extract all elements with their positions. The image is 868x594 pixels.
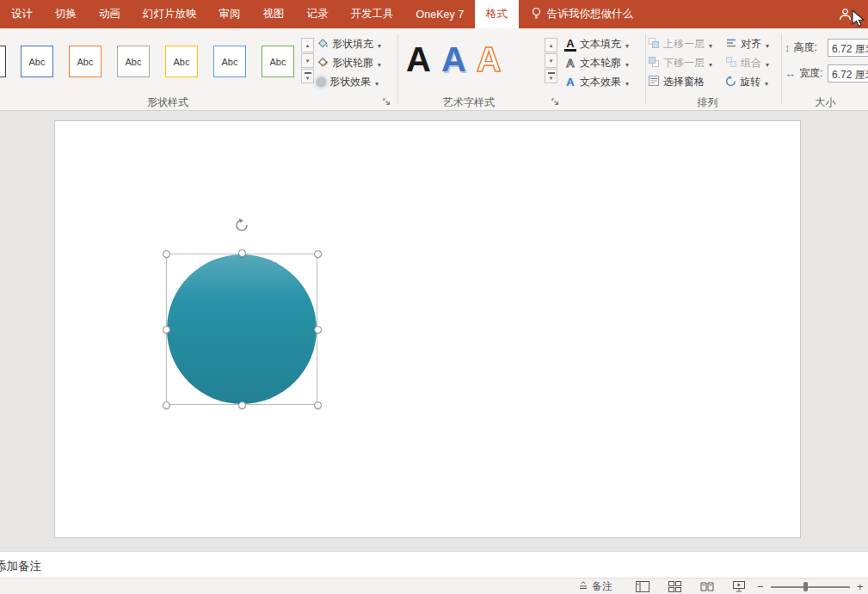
group-button[interactable]: 组合 bbox=[725, 54, 769, 72]
shape-style-preset[interactable]: Abc bbox=[69, 46, 102, 77]
shape-effects-icon bbox=[317, 77, 326, 87]
wordart-scroll-down-button[interactable] bbox=[545, 53, 557, 68]
slide-editing-area[interactable] bbox=[0, 111, 868, 551]
tell-me-box[interactable]: 告诉我你想做什么 bbox=[531, 0, 633, 28]
selection-pane-label: 选择窗格 bbox=[663, 75, 705, 89]
chevron-down-icon bbox=[377, 58, 381, 70]
slideshow-button[interactable] bbox=[732, 579, 746, 594]
account-icon[interactable] bbox=[838, 7, 853, 24]
zoom-slider-track[interactable] bbox=[771, 586, 850, 588]
slideshow-icon bbox=[732, 581, 746, 592]
normal-view-button[interactable] bbox=[636, 579, 649, 594]
shape-style-preset[interactable]: Abc bbox=[165, 46, 198, 77]
wordart-preset[interactable]: A bbox=[477, 42, 502, 77]
text-fill-button[interactable]: A 文本填充 bbox=[564, 35, 629, 53]
align-button[interactable]: 对齐 bbox=[725, 35, 769, 53]
group-separator bbox=[781, 34, 782, 104]
shape-outline-button[interactable]: 形状轮廓 bbox=[317, 54, 381, 72]
wordart-dialog-launcher[interactable] bbox=[551, 97, 561, 107]
preset-label: Abc bbox=[29, 57, 46, 67]
shape-style-preset[interactable]: Abc bbox=[213, 46, 246, 77]
wordart-gallery: A A A bbox=[406, 35, 502, 83]
selection-pane-button[interactable]: 选择窗格 bbox=[648, 73, 705, 91]
text-effects-icon: A bbox=[564, 77, 576, 88]
tab-design[interactable]: 设计 bbox=[0, 0, 44, 28]
tab-view[interactable]: 视图 bbox=[252, 0, 296, 28]
selection-handle-n[interactable] bbox=[238, 249, 246, 257]
wordart-more-button[interactable] bbox=[545, 69, 557, 83]
notes-toggle-button[interactable]: 备注 bbox=[578, 579, 613, 594]
size-group-label: 大小 bbox=[785, 95, 866, 109]
tab-onekey[interactable]: OneKey 7 bbox=[405, 0, 476, 28]
shape-width-icon bbox=[785, 67, 796, 80]
rotation-handle[interactable] bbox=[235, 218, 249, 232]
shape-style-preset-partial[interactable] bbox=[0, 46, 6, 77]
rotate-button[interactable]: 旋转 bbox=[725, 73, 768, 91]
tab-developer[interactable]: 开发工具 bbox=[340, 0, 405, 28]
zoom-slider-thumb[interactable] bbox=[803, 582, 808, 591]
reading-view-button[interactable] bbox=[700, 579, 714, 594]
preset-label: Abc bbox=[126, 57, 142, 67]
shape-style-preset[interactable]: Abc bbox=[262, 46, 294, 77]
shape-fill-label: 形状填充 bbox=[332, 37, 373, 52]
zoom-in-button[interactable] bbox=[857, 579, 864, 594]
tab-format-active[interactable]: 格式 bbox=[475, 0, 519, 28]
bring-forward-button[interactable]: 上移一层 bbox=[648, 35, 712, 53]
tab-record[interactable]: 记录 bbox=[296, 0, 340, 28]
notes-pane[interactable]: 添加备注 bbox=[0, 551, 868, 578]
reading-view-icon bbox=[700, 581, 714, 592]
width-input[interactable]: 6.72 厘米 bbox=[828, 64, 868, 83]
more-bar-icon bbox=[548, 72, 555, 74]
shape-style-preset[interactable]: Abc bbox=[117, 46, 150, 77]
gallery-scroll-up-button[interactable] bbox=[301, 38, 314, 52]
bring-forward-label: 上移一层 bbox=[663, 37, 705, 52]
group-separator bbox=[645, 34, 646, 104]
selection-handle-ne[interactable] bbox=[314, 250, 322, 258]
slide-sorter-button[interactable] bbox=[668, 579, 681, 594]
selected-circle-shape[interactable] bbox=[167, 254, 317, 404]
tab-transitions[interactable]: 切换 bbox=[44, 0, 88, 28]
notes-placeholder[interactable]: 添加备注 bbox=[0, 559, 41, 574]
selection-pane-icon bbox=[648, 75, 660, 89]
gallery-more-button[interactable] bbox=[301, 69, 314, 83]
zoom-out-button[interactable] bbox=[757, 579, 764, 594]
tab-review[interactable]: 审阅 bbox=[208, 0, 252, 28]
text-outline-icon: A bbox=[564, 58, 576, 69]
shape-style-preset[interactable]: Abc bbox=[21, 46, 53, 77]
tab-animations[interactable]: 动画 bbox=[88, 0, 132, 28]
tab-slideshow[interactable]: 幻灯片放映 bbox=[132, 0, 208, 28]
wordart-preset[interactable]: A bbox=[406, 42, 431, 77]
preset-label: Abc bbox=[270, 57, 286, 67]
height-input[interactable]: 6.72 厘米 bbox=[828, 39, 868, 57]
send-backward-button[interactable]: 下移一层 bbox=[648, 54, 712, 72]
selection-handle-nw[interactable] bbox=[163, 250, 170, 258]
format-ribbon: Abc Abc Abc Abc Abc Abc 形状填充 形状轮廓 形状效果 形… bbox=[0, 28, 868, 111]
text-fill-icon: A bbox=[564, 38, 576, 52]
shape-effects-label: 形状效果 bbox=[329, 75, 371, 89]
gallery-scroll-down-button[interactable] bbox=[301, 53, 314, 68]
shape-effects-button[interactable]: 形状效果 bbox=[317, 73, 379, 91]
selection-handle-se[interactable] bbox=[314, 401, 322, 409]
preset-label: Abc bbox=[174, 57, 190, 67]
shape-fill-button[interactable]: 形状填充 bbox=[317, 35, 381, 53]
bring-forward-icon bbox=[648, 37, 660, 52]
normal-view-icon bbox=[636, 581, 649, 592]
chevron-down-icon bbox=[306, 75, 310, 81]
notes-toggle-label: 备注 bbox=[592, 579, 613, 594]
preset-label: Abc bbox=[222, 57, 238, 67]
selection-handle-sw[interactable] bbox=[163, 401, 170, 409]
selection-handle-s[interactable] bbox=[238, 401, 246, 409]
width-row: 宽度: bbox=[785, 64, 822, 83]
selection-handle-w[interactable] bbox=[163, 326, 170, 334]
shape-styles-dialog-launcher[interactable] bbox=[382, 97, 392, 107]
wordart-scroll-up-button[interactable] bbox=[545, 38, 557, 52]
text-effects-button[interactable]: A 文本效果 bbox=[564, 73, 629, 91]
wordart-preset[interactable]: A bbox=[441, 42, 466, 77]
notes-icon bbox=[578, 580, 588, 593]
chevron-down-icon bbox=[765, 39, 769, 51]
chevron-down-icon bbox=[708, 39, 712, 51]
selection-handle-e[interactable] bbox=[314, 326, 322, 334]
shape-styles-group-label: 形状样式 bbox=[103, 95, 232, 109]
text-outline-button[interactable]: A 文本轮廓 bbox=[564, 54, 629, 72]
group-label: 组合 bbox=[741, 56, 761, 70]
